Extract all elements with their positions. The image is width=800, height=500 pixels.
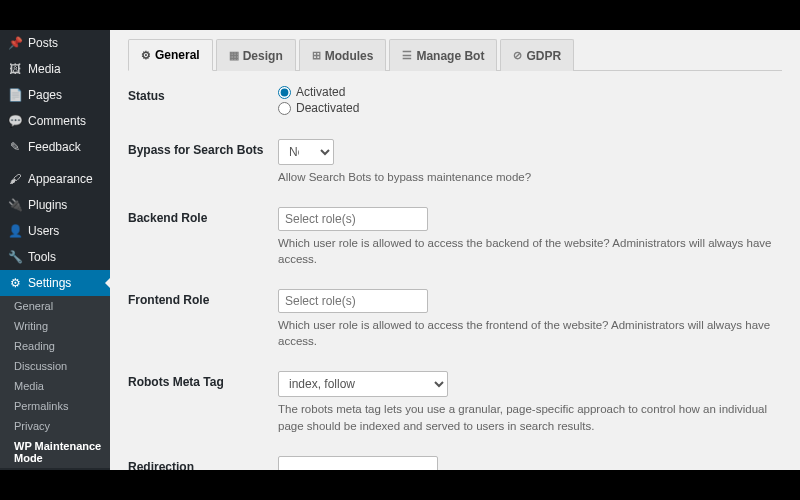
menu-appearance-icon: 🖌 <box>8 172 22 186</box>
tab-design-label: Design <box>243 49 283 63</box>
status-activated-text: Activated <box>296 85 345 99</box>
sub-privacy[interactable]: Privacy <box>0 416 110 436</box>
tab-general-label: General <box>155 48 200 62</box>
tab-general-icon: ⚙ <box>141 49 151 62</box>
sub-media[interactable]: Media <box>0 376 110 396</box>
menu-pages-icon: 📄 <box>8 88 22 102</box>
settings-icon: ⚙ <box>8 276 22 290</box>
tab-design-icon: ▦ <box>229 49 239 62</box>
menu-settings[interactable]: ⚙ Settings <box>0 270 110 296</box>
menu-settings-label: Settings <box>28 276 71 290</box>
menu-comments[interactable]: 💬Comments <box>0 108 110 134</box>
tab-gdpr-label: GDPR <box>526 49 561 63</box>
tab-modules-icon: ⊞ <box>312 49 321 62</box>
menu-pages[interactable]: 📄Pages <box>0 82 110 108</box>
menu-posts[interactable]: 📌Posts <box>0 30 110 56</box>
sub-general[interactable]: General <box>0 296 110 316</box>
admin-sidebar: 📌Posts🖼Media📄Pages💬Comments✎Feedback 🖌Ap… <box>0 30 110 470</box>
menu-pages-label: Pages <box>28 88 62 102</box>
menu-appearance-label: Appearance <box>28 172 93 186</box>
sub-permalinks[interactable]: Permalinks <box>0 396 110 416</box>
menu-tools[interactable]: 🔧Tools <box>0 244 110 270</box>
redirection-input[interactable] <box>278 456 438 470</box>
sub-wp-maintenance[interactable]: WP Maintenance Mode <box>0 436 110 468</box>
menu-media[interactable]: 🖼Media <box>0 56 110 82</box>
settings-submenu: GeneralWritingReadingDiscussionMediaPerm… <box>0 296 110 468</box>
frontend-role-input[interactable] <box>278 289 428 313</box>
tab-design[interactable]: ▦Design <box>216 39 296 71</box>
menu-plugins-icon: 🔌 <box>8 198 22 212</box>
backend-role-label: Backend Role <box>128 207 278 225</box>
bypass-desc: Allow Search Bots to bypass maintenance … <box>278 169 782 185</box>
menu-media-icon: 🖼 <box>8 62 22 76</box>
menu-feedback[interactable]: ✎Feedback <box>0 134 110 160</box>
tab-gdpr-icon: ⊘ <box>513 49 522 62</box>
tab-modules-label: Modules <box>325 49 374 63</box>
backend-role-desc: Which user role is allowed to access the… <box>278 235 782 267</box>
status-deactivated-radio[interactable] <box>278 102 291 115</box>
menu-feedback-icon: ✎ <box>8 140 22 154</box>
menu-feedback-label: Feedback <box>28 140 81 154</box>
menu-media-label: Media <box>28 62 61 76</box>
menu-posts-icon: 📌 <box>8 36 22 50</box>
menu-plugins-label: Plugins <box>28 198 67 212</box>
redirection-label: Redirection <box>128 456 278 470</box>
robots-select[interactable]: index, follow <box>278 371 448 397</box>
tab-manage-bot-icon: ☰ <box>402 49 412 62</box>
tab-general[interactable]: ⚙General <box>128 39 213 71</box>
menu-tools-label: Tools <box>28 250 56 264</box>
bypass-select[interactable]: No <box>278 139 334 165</box>
menu-posts-label: Posts <box>28 36 58 50</box>
backend-role-input[interactable] <box>278 207 428 231</box>
menu-plugins[interactable]: 🔌Plugins <box>0 192 110 218</box>
status-deactivated-text: Deactivated <box>296 101 359 115</box>
tab-manage-bot-label: Manage Bot <box>416 49 484 63</box>
content-area: ⚙General▦Design⊞Modules☰Manage Bot⊘GDPR … <box>110 30 800 470</box>
robots-desc: The robots meta tag lets you use a granu… <box>278 401 782 433</box>
tab-gdpr[interactable]: ⊘GDPR <box>500 39 574 71</box>
frontend-role-label: Frontend Role <box>128 289 278 307</box>
bypass-label: Bypass for Search Bots <box>128 139 278 157</box>
menu-appearance[interactable]: 🖌Appearance <box>0 166 110 192</box>
tab-manage-bot[interactable]: ☰Manage Bot <box>389 39 497 71</box>
sub-discussion[interactable]: Discussion <box>0 356 110 376</box>
status-activated-radio[interactable] <box>278 86 291 99</box>
robots-label: Robots Meta Tag <box>128 371 278 389</box>
menu-comments-icon: 💬 <box>8 114 22 128</box>
menu-users[interactable]: 👤Users <box>0 218 110 244</box>
tab-modules[interactable]: ⊞Modules <box>299 39 387 71</box>
sub-reading[interactable]: Reading <box>0 336 110 356</box>
menu-users-label: Users <box>28 224 59 238</box>
menu-users-icon: 👤 <box>8 224 22 238</box>
status-label: Status <box>128 85 278 103</box>
tab-bar: ⚙General▦Design⊞Modules☰Manage Bot⊘GDPR <box>128 38 782 71</box>
menu-tools-icon: 🔧 <box>8 250 22 264</box>
menu-comments-label: Comments <box>28 114 86 128</box>
frontend-role-desc: Which user role is allowed to access the… <box>278 317 782 349</box>
sub-writing[interactable]: Writing <box>0 316 110 336</box>
